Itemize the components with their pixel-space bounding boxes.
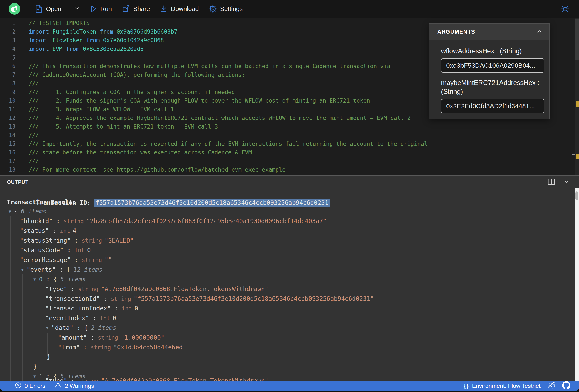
- code-line: 16/// state before the transaction was e…: [0, 148, 579, 157]
- json-type: string: [78, 286, 98, 292]
- arguments-panel-header[interactable]: ARGUMENTS: [429, 23, 549, 40]
- output-header: OUTPUT: [0, 176, 579, 188]
- json-brace: [: [67, 266, 70, 273]
- json-colon: :: [80, 344, 91, 351]
- warning-triangle-icon: [54, 382, 62, 390]
- json-idx: 0: [39, 276, 43, 283]
- json-str: "A.7e60df042a9c0868.FlowToken.TokensWith…: [101, 378, 268, 381]
- output-scrollbar[interactable]: [575, 188, 579, 381]
- warnings-count: 2 Warnings: [65, 383, 94, 390]
- feedback-person-icon[interactable]: [547, 382, 556, 391]
- line-number: 17: [0, 157, 15, 165]
- collapse-chevron-up-icon[interactable]: [536, 28, 543, 36]
- line-number: 8: [0, 79, 15, 88]
- output-row: "statusString" : string"SEALED": [0, 236, 579, 245]
- json-int: 4: [72, 227, 76, 234]
- output-panel: OUTPUT Transaction ID: f557a1573b76aa53e…: [0, 176, 579, 381]
- code-line: 15/// Importantly, the transaction is re…: [0, 140, 579, 148]
- share-button[interactable]: Share: [122, 5, 150, 13]
- json-type: int: [74, 247, 85, 254]
- line-number: 18: [0, 165, 15, 174]
- line-number: 12: [0, 114, 15, 122]
- split-editor-icon[interactable]: [547, 178, 555, 186]
- json-colon: :: [43, 276, 54, 283]
- error-circle-icon: [15, 382, 22, 390]
- run-play-icon: [90, 5, 97, 13]
- json-colon: :: [111, 305, 122, 312]
- collapse-triangle-icon[interactable]: ▼: [46, 323, 48, 333]
- collapse-triangle-icon[interactable]: ▼: [21, 265, 23, 275]
- line-number: 2: [0, 27, 15, 36]
- collapse-triangle-icon[interactable]: ▼: [33, 275, 36, 284]
- json-colon: :: [53, 218, 64, 225]
- json-key: "transactionIndex": [45, 305, 111, 312]
- line-number: 16: [0, 148, 15, 157]
- output-row: "type" : string"A.7e60df042a9c0868.FlowT…: [0, 378, 579, 381]
- line-number: 1: [0, 19, 15, 27]
- line-number: 10: [0, 96, 15, 105]
- json-key: "errorMessage": [20, 256, 71, 264]
- gear-icon: [209, 5, 217, 13]
- json-colon: :: [67, 378, 78, 381]
- output-row: ▼{6 items: [0, 207, 579, 216]
- json-type: int: [100, 315, 110, 322]
- json-type: string: [78, 378, 98, 381]
- transaction-id-value: f557a1573b76aa53e73d46f3e10d200d5c18a653…: [94, 199, 330, 207]
- argument-input-wflow[interactable]: [441, 58, 544, 73]
- json-colon: :: [56, 266, 67, 273]
- indent-guide: [22, 275, 23, 381]
- collapse-output-chevron-icon[interactable]: [563, 178, 570, 186]
- line-number: 9: [0, 88, 15, 96]
- github-icon[interactable]: [562, 381, 570, 391]
- json-meta: 6 items: [21, 208, 46, 215]
- collapse-triangle-icon[interactable]: ▼: [9, 207, 11, 216]
- editor-overview-ruler[interactable]: [575, 18, 579, 175]
- arguments-title: ARGUMENTS: [437, 29, 475, 35]
- output-row: }: [0, 362, 579, 372]
- output-scrollbar-thumb[interactable]: [575, 191, 578, 200]
- environment-selector[interactable]: {} Environment: Flow Testnet: [464, 383, 541, 390]
- open-button[interactable]: Open: [35, 4, 61, 13]
- argument-input-maybemint[interactable]: [441, 99, 544, 113]
- theme-toggle-sun-icon[interactable]: [560, 4, 570, 15]
- output-title: OUTPUT: [7, 179, 29, 185]
- json-str: "SEALED": [105, 237, 134, 244]
- json-colon: :: [89, 315, 100, 322]
- share-label: Share: [133, 5, 150, 12]
- json-colon: :: [67, 285, 78, 293]
- code-link[interactable]: https://github.com/onflow/batched-evm-ex…: [117, 167, 286, 173]
- json-type: string: [98, 335, 118, 341]
- json-key: "transactionId": [45, 295, 100, 302]
- output-row: "status" : int4: [0, 226, 579, 236]
- json-brace: {: [84, 324, 88, 332]
- warning-marker: [577, 154, 579, 159]
- json-colon: :: [73, 324, 84, 332]
- json-key: "type": [45, 378, 67, 381]
- json-type: int: [60, 228, 70, 234]
- output-row: ▼"data" : {2 items: [0, 323, 579, 333]
- code-line: 17///: [0, 157, 579, 165]
- errors-status[interactable]: 0 Errors: [15, 382, 45, 390]
- json-type: string: [82, 257, 102, 263]
- warnings-status[interactable]: 2 Warnings: [54, 382, 94, 390]
- settings-button[interactable]: Settings: [209, 5, 243, 13]
- json-brace: {: [14, 208, 18, 215]
- download-button[interactable]: Download: [160, 5, 199, 13]
- output-row: "type" : string"A.7e60df042a9c0868.FlowT…: [0, 284, 579, 294]
- flow-logo-icon[interactable]: [9, 3, 20, 15]
- json-type: string: [111, 296, 131, 302]
- environment-label: Environment: Flow Testnet: [472, 383, 541, 390]
- json-type: string: [91, 344, 111, 351]
- argument-label: wflowAddressHex : (String): [441, 47, 540, 56]
- json-str: "0xfd3b4cd50d44e6ed": [114, 344, 186, 351]
- json-tree: ▼{6 items"blockId" : string"2b28cbfb87da…: [0, 207, 579, 381]
- line-number: 3: [0, 36, 15, 45]
- editor-scrollbar-thumb[interactable]: [575, 19, 579, 60]
- open-dropdown-chevron-icon[interactable]: [73, 4, 80, 13]
- json-str: "2b28cbfb87da2cfec4f0232c6f883f0f12c95b3…: [86, 218, 327, 225]
- output-row: ▼0 : {5 items: [0, 275, 579, 284]
- json-key: "eventIndex": [45, 315, 89, 322]
- braces-icon: {}: [464, 383, 469, 390]
- run-button[interactable]: Run: [90, 5, 112, 13]
- output-row: }: [0, 352, 579, 362]
